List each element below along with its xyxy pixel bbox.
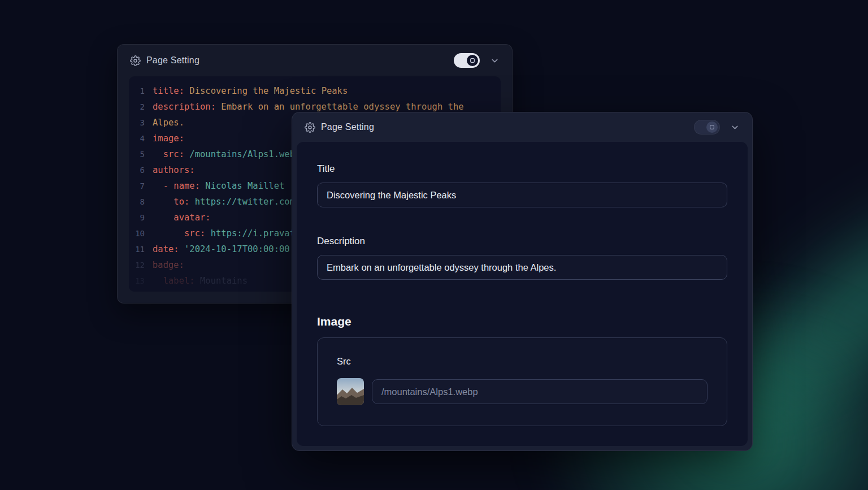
toggle-knob: [706, 122, 718, 133]
title-label: Title: [317, 163, 727, 175]
view-mode-toggle[interactable]: [454, 53, 480, 68]
image-thumbnail: [337, 378, 364, 405]
line-number: 2: [129, 99, 145, 115]
src-input[interactable]: [372, 379, 708, 404]
line-number: 13: [129, 273, 145, 289]
code-view-icon: [470, 58, 475, 63]
src-label: Src: [337, 356, 708, 367]
form-body: Title Description Image Src: [297, 142, 748, 446]
description-input[interactable]: [317, 255, 727, 280]
line-number: 12: [129, 257, 145, 273]
gear-icon: [130, 55, 141, 66]
gear-icon: [305, 122, 315, 133]
line-number: 1: [129, 83, 145, 99]
code-view-icon: [709, 124, 715, 130]
line-number: 8: [129, 194, 145, 210]
page-setting-panel-form: Page Setting Title Description Image Src: [292, 112, 753, 451]
code-line: 1title: Discovering the Majestic Peaks: [129, 83, 501, 99]
view-mode-toggle[interactable]: [694, 120, 720, 135]
line-number: 7: [129, 178, 145, 194]
title-input[interactable]: [317, 183, 727, 207]
line-number: 6: [129, 162, 145, 178]
line-number: 5: [129, 146, 145, 162]
image-card: Src: [317, 337, 727, 426]
chevron-down-icon[interactable]: [730, 123, 740, 132]
panel-header: Page Setting: [118, 45, 512, 76]
chevron-down-icon[interactable]: [490, 56, 500, 66]
line-number: 3: [129, 115, 145, 131]
description-label: Description: [317, 236, 727, 247]
line-number: 9: [129, 210, 145, 226]
src-row: [337, 378, 708, 405]
line-number: 10: [129, 226, 145, 241]
line-number: 11: [129, 241, 145, 257]
panel-title: Page Setting: [146, 55, 199, 66]
panel-header: Page Setting: [292, 112, 752, 142]
panel-title: Page Setting: [321, 122, 374, 132]
toggle-knob: [467, 55, 478, 66]
line-number: 4: [129, 131, 145, 146]
image-section-heading: Image: [317, 315, 727, 328]
